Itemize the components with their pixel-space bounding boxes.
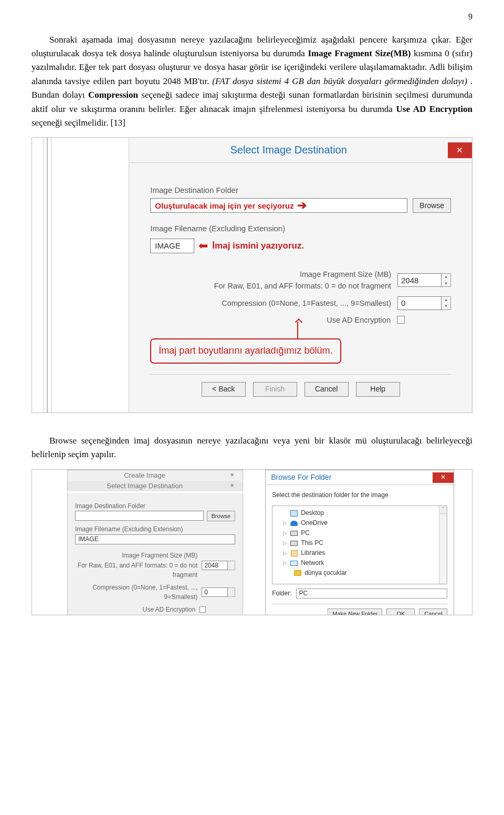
page-number: 9 <box>32 11 472 24</box>
title-create-image: Create Image <box>68 470 222 481</box>
title-select-dest: Select Image Destination <box>68 481 222 491</box>
p1-seg5: seçeneği seçilmelidir. [13] <box>32 118 125 128</box>
p1-italic: (FAT dosya sistemi 4 GB dan büyük dosyal… <box>212 76 467 86</box>
folder-value-input[interactable]: PC <box>296 589 448 599</box>
paragraph-1: Sonraki aşamada imaj dosyasının nereye y… <box>32 33 472 130</box>
label-image-filename: Image Filename (Excluding Extension) <box>150 222 451 234</box>
screenshot-browse-for-folder: Create Image × Select Image Destination … <box>32 469 472 615</box>
stacked-titlebars: Create Image × Select Image Destination … <box>67 470 243 491</box>
fragment-size-input[interactable]: 2048 <box>202 561 228 570</box>
tree-item-network[interactable]: ▷Network <box>272 558 447 568</box>
scroll-up-icon[interactable]: ˄ <box>439 506 447 514</box>
label-destination-folder: Image Destination Folder <box>150 184 451 196</box>
destination-annotation: Oluşturulacak imaj için yer seçiyoruz <box>155 200 293 212</box>
close-icon[interactable]: × <box>222 481 243 491</box>
browse-folder-title: Browse For Folder <box>271 472 331 483</box>
compression-input[interactable]: 0 <box>202 587 228 597</box>
folder-tree[interactable]: ˄ Desktop ▷OneDrive ▷PC ▷This PC ▷Librar… <box>272 505 447 584</box>
close-icon[interactable]: ✕ <box>433 472 454 483</box>
paragraph-2: Browse seçeneğinden imaj dosyasının nere… <box>32 434 472 462</box>
scrollbar[interactable] <box>439 514 447 584</box>
select-destination-form: Image Destination Folder Browse Image Fi… <box>67 493 243 615</box>
p1-bold2: Compression <box>88 90 138 100</box>
close-icon[interactable]: ✕ <box>448 142 472 158</box>
fragment-callout: İmaj part boyutlarını ayarladığımız bölü… <box>150 338 341 364</box>
destination-folder-input[interactable] <box>75 511 204 521</box>
left-arrow-icon: ⬅ <box>198 237 208 255</box>
folder-label: Folder: <box>272 589 291 599</box>
browse-button[interactable]: Browse <box>207 511 236 521</box>
p1-bold1: Image Fragment Size(MB) <box>308 48 411 58</box>
finish-button[interactable]: Finish <box>253 382 297 397</box>
tree-item-desktop[interactable]: Desktop <box>272 508 447 518</box>
tree-item-folder[interactable]: dünya çocuklar <box>272 568 447 578</box>
cancel-button[interactable]: Cancel <box>419 608 447 615</box>
image-filename-input[interactable]: IMAGE <box>150 239 194 253</box>
label-encryption: Use AD Encryption <box>75 605 200 615</box>
cancel-button[interactable]: Cancel <box>304 382 349 397</box>
dialog-titlebar: Select Image Destination ✕ <box>129 138 472 163</box>
label-destination-folder: Image Destination Folder <box>75 501 235 511</box>
image-filename-input[interactable]: IMAGE <box>75 534 235 544</box>
tree-item-libraries[interactable]: ▷Libraries <box>272 548 447 558</box>
compression-spinner[interactable] <box>228 587 235 597</box>
label-compression: Compression (0=None, 1=Fastest, ..., 9=S… <box>75 583 202 602</box>
browse-button[interactable]: Browse <box>413 198 451 213</box>
tree-item-onedrive[interactable]: ▷OneDrive <box>272 518 447 528</box>
label-fragment-size: Image Fragment Size (MB) For Raw, E01, a… <box>75 551 202 580</box>
label-fragment-size: Image Fragment Size (MB) For Raw, E01, a… <box>150 269 397 292</box>
help-button[interactable]: Help <box>356 382 400 397</box>
tree-item-this-pc[interactable]: ▷This PC <box>272 538 447 548</box>
encryption-checkbox[interactable] <box>397 316 405 324</box>
make-new-folder-button[interactable]: Make New Folder <box>328 608 382 615</box>
right-arrow-icon: ➔ <box>297 197 307 214</box>
ok-button[interactable]: OK <box>386 608 415 615</box>
dialog-title: Select Image Destination <box>129 138 448 162</box>
label-image-filename: Image Filename (Excluding Extension) <box>75 524 235 534</box>
label-encryption: Use AD Encryption <box>150 314 397 326</box>
fragment-size-input[interactable]: 2048 <box>397 273 442 287</box>
filename-annotation: İmaj ismini yazıyoruz. <box>212 239 304 253</box>
fragment-size-spinner[interactable]: ▲▼ <box>442 273 451 287</box>
back-button[interactable]: < Back <box>202 382 246 397</box>
fragment-size-spinner[interactable] <box>228 561 235 570</box>
destination-folder-input[interactable]: Oluşturulacak imaj için yer seçiyoruz ➔ <box>150 198 407 213</box>
browse-for-folder-dialog: Browse For Folder ✕ Select the destinati… <box>265 470 454 615</box>
encryption-checkbox[interactable] <box>200 606 206 613</box>
compression-spinner[interactable]: ▲▼ <box>442 296 451 310</box>
compression-input[interactable]: 0 <box>397 296 442 310</box>
p1-bold3: Use AD Encryption <box>396 104 472 114</box>
tree-item-pc[interactable]: ▷PC <box>272 528 447 538</box>
close-icon[interactable]: × <box>222 470 243 480</box>
browse-folder-hint: Select the destination folder for the im… <box>272 490 447 500</box>
label-compression: Compression (0=None, 1=Fastest, ..., 9=S… <box>150 297 397 309</box>
callout-arrow-icon <box>297 322 298 339</box>
screenshot-select-image-destination: Select Image Destination ✕ Image Destina… <box>32 137 472 413</box>
